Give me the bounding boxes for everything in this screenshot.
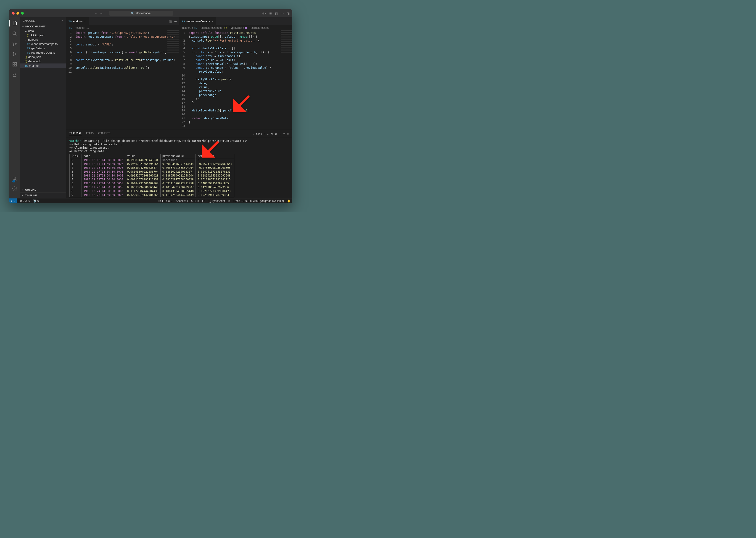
explorer-title: EXPLORER: [23, 20, 36, 22]
svg-marker-5: [14, 53, 17, 56]
problems[interactable]: ⊘ 0 ⚠ 0: [20, 199, 30, 202]
tree-item-getData-ts[interactable]: TSgetData.ts: [20, 46, 66, 50]
ts-icon: TS: [69, 20, 72, 23]
breadcrumb-right[interactable]: helpers › TS restructureData.ts › ⬡ Type…: [179, 26, 292, 30]
indentation[interactable]: Spaces: 4: [176, 199, 188, 202]
minimap[interactable]: [281, 30, 292, 53]
nav-forward-icon[interactable]: →: [100, 12, 103, 15]
explorer-icon[interactable]: [9, 20, 20, 27]
editor-left: TS main.ts × ◫ ⋯ TS main.ts › … 1import …: [66, 17, 179, 130]
sidebar: EXPLORER ⋯ ⌄STOCK-MARKET ⌄data{ }AAPL.js…: [20, 17, 66, 198]
tab-comments[interactable]: COMMENTS: [98, 132, 110, 136]
search-text: stock-market: [136, 12, 151, 15]
tab-ports[interactable]: PORTS: [86, 132, 94, 136]
search-activity-icon[interactable]: [12, 31, 17, 37]
command-center[interactable]: 🔍 stock-market: [109, 11, 173, 16]
toggle-sidebar-icon[interactable]: ◧: [275, 12, 278, 15]
minimize-window[interactable]: [17, 12, 19, 15]
source-control-icon[interactable]: [12, 41, 17, 47]
split-terminal-icon[interactable]: ◫: [271, 133, 273, 135]
toggle-panel-icon[interactable]: ▭: [281, 12, 284, 15]
nav-back-icon[interactable]: ←: [94, 12, 97, 15]
split-editor-icon[interactable]: ◫: [169, 20, 172, 23]
project-header[interactable]: ⌄STOCK-MARKET: [20, 24, 66, 29]
cursor-position[interactable]: Ln 11, Col 1: [158, 199, 173, 202]
window-controls: [12, 12, 24, 15]
terminal-output[interactable]: Watcher Restarting! File change detected…: [66, 138, 292, 198]
tree-item-cleanTimestamps-ts[interactable]: TScleanTimestamps.ts: [20, 42, 66, 46]
titlebar: ← → 🔍 stock-market ⊕▾ ⊞ ◧ ▭ ◨: [9, 9, 292, 17]
tabs-left: TS main.ts × ◫ ⋯: [66, 17, 179, 26]
search-icon: 🔍: [131, 12, 134, 15]
breadcrumb-left[interactable]: TS main.ts › …: [66, 26, 179, 30]
outline-section[interactable]: ›OUTLINE: [20, 187, 66, 192]
maximize-panel-icon[interactable]: ^: [284, 133, 285, 135]
svg-point-3: [13, 44, 14, 46]
svg-point-2: [13, 42, 14, 43]
console-table: (idx)datevaluepreviousValuepercChange019…: [70, 154, 234, 197]
toggle-secondary-icon[interactable]: ◨: [287, 12, 290, 15]
svg-rect-7: [13, 65, 14, 66]
ports-status[interactable]: 📡 0: [33, 199, 39, 202]
tab-terminal[interactable]: TERMINAL: [70, 132, 81, 136]
copilot-icon[interactable]: ⊕▾: [262, 12, 266, 15]
more-terminal-icon[interactable]: ⋯: [280, 133, 281, 135]
statusbar: ⟷ ⊘ 0 ⚠ 0 📡 0 Ln 11, Col 1 Spaces: 4 UTF…: [9, 198, 292, 203]
extensions-icon[interactable]: [12, 62, 17, 68]
settings-gear-icon[interactable]: [12, 186, 17, 192]
tree-item-restructureData-ts[interactable]: TSrestructureData.ts: [20, 50, 66, 55]
svg-point-0: [13, 32, 16, 35]
run-debug-icon[interactable]: [12, 52, 17, 57]
panel: TERMINAL PORTS COMMENTS ▸ deno + ⌄ ◫ 🗑 ⋯…: [66, 130, 292, 198]
tree-item-deno-lock[interactable]: { }deno.lock: [20, 59, 66, 64]
svg-point-11: [14, 188, 15, 189]
layout-customize-icon[interactable]: ⊞: [269, 12, 272, 15]
svg-rect-6: [13, 63, 14, 64]
tree-item-AAPL-json[interactable]: { }AAPL.json: [20, 33, 66, 37]
close-icon[interactable]: ×: [211, 20, 213, 23]
svg-point-4: [15, 43, 17, 44]
svg-point-10: [14, 177, 15, 179]
more-actions-icon[interactable]: ⋯: [174, 20, 177, 23]
notifications-icon[interactable]: 🔔: [287, 199, 291, 202]
timeline-section[interactable]: ›TIMELINE: [20, 192, 66, 198]
panel-tabs: TERMINAL PORTS COMMENTS ▸ deno + ⌄ ◫ 🗑 ⋯…: [66, 130, 292, 138]
copilot-status-icon[interactable]: ⊕: [228, 199, 231, 202]
tree-item-data[interactable]: ⌄data: [20, 29, 66, 33]
close-window[interactable]: [12, 12, 15, 15]
new-terminal-icon[interactable]: + ⌄: [264, 133, 269, 135]
close-panel-icon[interactable]: ×: [287, 133, 289, 135]
editor-right: TS restructureData.ts × helpers › TS res…: [179, 17, 292, 130]
vscode-window: ← → 🔍 stock-market ⊕▾ ⊞ ◧ ▭ ◨ 1: [9, 9, 292, 203]
code-area-right[interactable]: 1export default function restructureData…: [179, 30, 292, 130]
ts-icon: TS: [182, 20, 185, 23]
nav-arrows: ← →: [94, 12, 103, 15]
more-icon[interactable]: ⋯: [61, 19, 63, 22]
language-mode[interactable]: { } TypeScript: [208, 199, 225, 202]
remote-indicator[interactable]: ⟷: [9, 198, 17, 203]
tree-item-helpers[interactable]: ⌄helpers: [20, 37, 66, 42]
minimap[interactable]: [167, 30, 179, 53]
svg-rect-9: [15, 63, 17, 64]
activity-bar: [9, 17, 20, 198]
tab-restructure-ts[interactable]: TS restructureData.ts ×: [179, 17, 216, 26]
code-area-left[interactable]: 1import getData from "./helpers/getData.…: [66, 30, 179, 130]
tree-item-deno-json[interactable]: { }deno.json: [20, 55, 66, 59]
svg-line-1: [15, 34, 17, 36]
tree-item-main-ts[interactable]: TSmain.ts: [20, 64, 66, 68]
testing-icon[interactable]: [12, 72, 17, 78]
shell-name[interactable]: ▸ deno: [253, 133, 262, 135]
tab-main-ts[interactable]: TS main.ts ×: [66, 17, 89, 26]
accounts-icon[interactable]: 1: [12, 176, 17, 182]
kill-terminal-icon[interactable]: 🗑: [275, 133, 277, 135]
svg-rect-8: [15, 65, 17, 66]
encoding[interactable]: UTF-8: [191, 199, 199, 202]
deno-version[interactable]: Deno 2.1.9+28834a8 (Upgrade available): [234, 199, 284, 202]
file-tree: ⌄data{ }AAPL.json⌄helpersTScleanTimestam…: [20, 29, 66, 68]
maximize-window[interactable]: [21, 12, 24, 15]
close-icon[interactable]: ×: [84, 20, 86, 23]
eol[interactable]: LF: [202, 199, 205, 202]
tabs-right: TS restructureData.ts ×: [179, 17, 292, 26]
